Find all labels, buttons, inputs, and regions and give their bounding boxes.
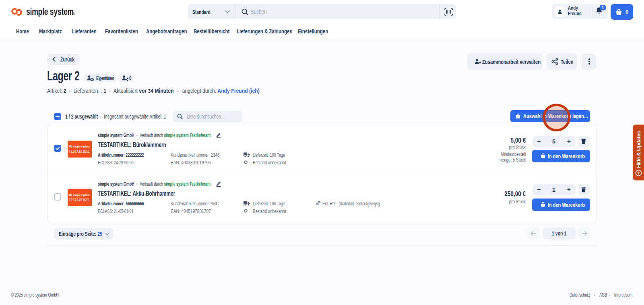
svg-text:?: ? xyxy=(638,171,640,175)
